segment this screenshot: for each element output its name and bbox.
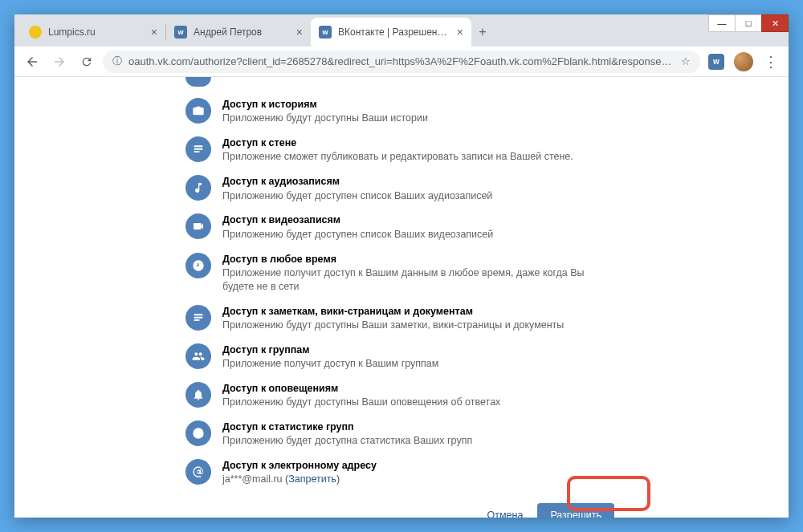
permission-item: Доступ к заметкам, вики-страницам и доку… bbox=[185, 299, 618, 338]
permission-desc: ja***@mail.ru (Запретить) bbox=[222, 473, 618, 486]
cancel-button[interactable]: Отмена bbox=[487, 510, 524, 518]
permission-icon-partial bbox=[185, 77, 211, 87]
favicon-vk: w bbox=[319, 26, 332, 39]
permission-item: Доступ к стене Приложение сможет публико… bbox=[185, 131, 618, 169]
permission-title: Доступ к историям bbox=[222, 98, 618, 111]
permission-item: Доступ к статистике групп Приложению буд… bbox=[185, 415, 618, 453]
favicon-lumpics bbox=[29, 26, 42, 39]
permission-item: Доступ к группам Приложение получит дост… bbox=[185, 338, 618, 376]
favicon-vk: w bbox=[174, 26, 187, 39]
video-icon bbox=[185, 213, 211, 239]
allow-button[interactable]: Разрешить bbox=[537, 503, 614, 518]
deny-email-link[interactable]: (Запретить) bbox=[285, 473, 340, 485]
back-button[interactable] bbox=[21, 51, 43, 73]
vk-extension-icon[interactable]: w bbox=[705, 51, 728, 73]
wall-icon bbox=[185, 136, 211, 162]
permission-item: Доступ в любое время Приложение получит … bbox=[185, 247, 618, 299]
doc-icon bbox=[185, 305, 211, 331]
permission-desc: Приложению будут доступны Ваши истории bbox=[222, 112, 618, 125]
close-button[interactable]: ✕ bbox=[761, 14, 789, 32]
info-icon: ⓘ bbox=[112, 55, 122, 68]
permission-item: Доступ к электронному адресу ja***@mail.… bbox=[185, 453, 618, 492]
titlebar: Lumpics.ru × w Андрей Петров × w ВКонтак… bbox=[14, 14, 789, 47]
permission-desc: Приложению будет доступен список Ваших в… bbox=[222, 228, 618, 242]
reload-button[interactable] bbox=[75, 51, 98, 73]
permission-item: Доступ к оповещениям Приложению будут до… bbox=[185, 376, 618, 415]
window-controls: — □ ✕ bbox=[709, 14, 789, 32]
tab-vk-oauth[interactable]: w ВКонтакте | Разрешение доступ × bbox=[311, 18, 471, 47]
groups-icon bbox=[185, 343, 211, 369]
permission-desc: Приложению будут доступны Ваши оповещени… bbox=[222, 396, 618, 409]
forward-button[interactable] bbox=[48, 51, 71, 73]
email-icon bbox=[185, 459, 211, 485]
tab-title: ВКонтакте | Разрешение доступ bbox=[338, 26, 452, 38]
permissions-card: Доступ к историям Приложению будут досту… bbox=[173, 77, 630, 518]
permission-item: Доступ к видеозаписям Приложению будет д… bbox=[185, 208, 618, 246]
permission-title: Доступ к аудиозаписям bbox=[222, 175, 618, 188]
close-icon[interactable]: × bbox=[457, 26, 463, 39]
email-masked: ja***@mail.ru bbox=[222, 473, 283, 485]
page-content: Доступ к историям Приложению будут досту… bbox=[14, 77, 789, 518]
permission-title: Доступ к статистике групп bbox=[222, 420, 618, 433]
permissions-list: Доступ к историям Приложению будут досту… bbox=[173, 83, 630, 492]
audio-icon bbox=[185, 175, 211, 201]
profile-avatar[interactable] bbox=[732, 51, 755, 73]
tab-title: Lumpics.ru bbox=[48, 26, 146, 38]
toolbar: ⓘ oauth.vk.com/authorize?client_id=26852… bbox=[14, 47, 789, 77]
permission-title: Доступ к группам bbox=[222, 343, 618, 356]
tab-lumpics[interactable]: Lumpics.ru × bbox=[21, 18, 165, 47]
url-text: oauth.vk.com/authorize?client_id=2685278… bbox=[128, 55, 675, 67]
permission-desc: Приложению будет доступна статистика Ваш… bbox=[222, 434, 618, 448]
bell-icon bbox=[185, 382, 211, 408]
permission-desc: Приложение получит доступ к Вашим группа… bbox=[222, 357, 618, 371]
permission-title: Доступ к стене bbox=[222, 136, 618, 149]
tab-title: Андрей Петров bbox=[194, 26, 291, 38]
permission-item: Доступ к историям Приложению будут досту… bbox=[185, 92, 618, 131]
permission-desc: Приложению будут доступны Ваши заметки, … bbox=[222, 319, 618, 332]
clock-icon bbox=[185, 253, 211, 278]
star-icon[interactable]: ☆ bbox=[681, 55, 691, 67]
camera-icon bbox=[185, 98, 211, 124]
permission-title: Доступ в любое время bbox=[222, 253, 618, 266]
permission-title: Доступ к заметкам, вики-страницам и доку… bbox=[222, 305, 618, 318]
permission-title: Доступ к электронному адресу bbox=[222, 459, 618, 472]
menu-button[interactable]: ⋮ bbox=[760, 51, 782, 73]
permission-title: Доступ к оповещениям bbox=[222, 382, 618, 395]
close-icon[interactable]: × bbox=[151, 26, 157, 39]
dialog-footer: Отмена Разрешить bbox=[173, 492, 630, 518]
permission-desc: Приложению будет доступен список Ваших а… bbox=[222, 189, 618, 203]
close-icon[interactable]: × bbox=[296, 26, 303, 39]
address-bar[interactable]: ⓘ oauth.vk.com/authorize?client_id=26852… bbox=[103, 51, 700, 73]
minimize-button[interactable]: — bbox=[708, 14, 736, 32]
browser-window: Lumpics.ru × w Андрей Петров × w ВКонтак… bbox=[14, 14, 789, 518]
tab-strip: Lumpics.ru × w Андрей Петров × w ВКонтак… bbox=[14, 18, 494, 47]
maximize-button[interactable]: □ bbox=[735, 14, 762, 32]
stats-icon bbox=[185, 420, 211, 446]
permission-desc: Приложение сможет публиковать и редактир… bbox=[222, 150, 618, 164]
permission-item: Доступ к аудиозаписям Приложению будет д… bbox=[185, 169, 618, 208]
new-tab-button[interactable]: + bbox=[471, 18, 494, 47]
permission-title: Доступ к видеозаписям bbox=[222, 213, 618, 226]
permission-desc: Приложение получит доступ к Вашим данным… bbox=[222, 266, 618, 294]
tab-vk-profile[interactable]: w Андрей Петров × bbox=[166, 18, 311, 47]
permission-item bbox=[185, 83, 618, 92]
